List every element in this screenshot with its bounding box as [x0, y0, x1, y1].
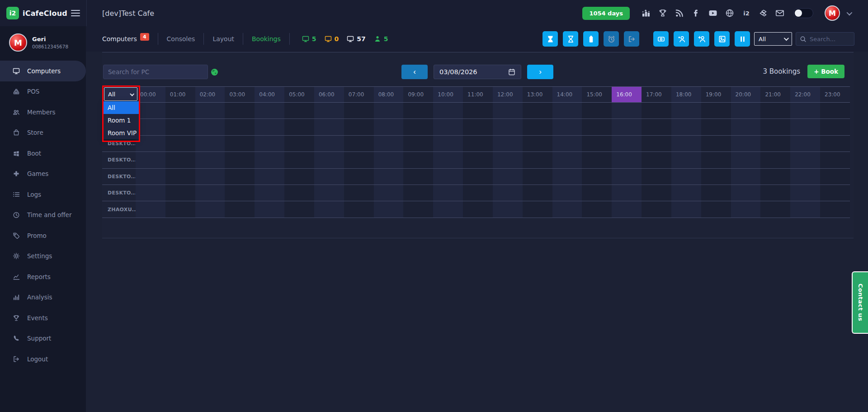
booking-cell[interactable]	[374, 119, 404, 135]
booking-cell[interactable]	[493, 119, 523, 135]
booking-cell[interactable]	[344, 169, 374, 185]
booking-cell[interactable]	[195, 201, 225, 217]
booking-cell[interactable]	[523, 185, 552, 201]
booking-cell[interactable]	[344, 103, 374, 118]
booking-cell[interactable]	[731, 136, 761, 152]
booking-cell[interactable]	[760, 185, 790, 201]
booking-cell[interactable]	[523, 103, 552, 118]
add-booking-button[interactable]: + Book	[807, 65, 844, 78]
booking-cell[interactable]	[582, 119, 612, 135]
icafe-icon[interactable]: i2	[741, 8, 751, 18]
booking-cell[interactable]	[165, 185, 195, 201]
sidebar-item-computers[interactable]: Computers	[0, 61, 86, 81]
booking-cell[interactable]	[314, 119, 344, 135]
add-member-star-button[interactable]	[674, 31, 689, 47]
timezone-globe-icon[interactable]	[211, 68, 218, 76]
booking-cell[interactable]	[463, 119, 493, 135]
booking-cell[interactable]	[701, 119, 731, 135]
tab-consoles[interactable]: Consoles	[167, 35, 195, 43]
user-avatar[interactable]: M	[825, 5, 840, 21]
booking-cell[interactable]	[612, 136, 642, 152]
booking-cell[interactable]	[225, 152, 255, 168]
booking-cell[interactable]	[731, 152, 761, 168]
booking-cell[interactable]	[523, 119, 552, 135]
booking-cell[interactable]	[403, 119, 433, 135]
booking-cell[interactable]	[195, 185, 225, 201]
theme-toggle[interactable]	[793, 8, 813, 18]
booking-cell[interactable]	[760, 201, 790, 217]
booking-cell[interactable]	[612, 201, 642, 217]
booking-cell[interactable]	[731, 119, 761, 135]
booking-cell[interactable]	[493, 201, 523, 217]
booking-cell[interactable]	[463, 103, 493, 118]
booking-cell[interactable]	[820, 152, 850, 168]
booking-cell[interactable]	[165, 152, 195, 168]
booking-cell[interactable]	[225, 136, 255, 152]
booking-cell[interactable]	[463, 185, 493, 201]
booking-cell[interactable]	[701, 136, 731, 152]
contact-us-tab[interactable]: Contact us	[852, 271, 868, 334]
booking-cell[interactable]	[255, 136, 284, 152]
booking-cell[interactable]	[284, 201, 314, 217]
booking-cell[interactable]	[344, 185, 374, 201]
tab-layout[interactable]: Layout	[212, 35, 234, 43]
booking-cell[interactable]	[820, 201, 850, 217]
booking-cell[interactable]	[403, 103, 433, 118]
booking-cell[interactable]	[671, 136, 701, 152]
booking-cell[interactable]	[165, 119, 195, 135]
prev-day-button[interactable]: ‹	[401, 65, 428, 79]
pause-button[interactable]	[735, 31, 750, 47]
booking-cell[interactable]	[760, 152, 790, 168]
booking-cell[interactable]	[701, 185, 731, 201]
add-member-button[interactable]	[694, 31, 709, 47]
sidebar-item-promo[interactable]: Promo	[0, 225, 86, 246]
subscription-days-badge[interactable]: 1054 days	[582, 7, 630, 20]
sidebar-item-reports[interactable]: Reports	[0, 266, 86, 287]
booking-cell[interactable]	[284, 169, 314, 185]
booking-cell[interactable]	[136, 119, 165, 135]
booking-cell[interactable]	[195, 103, 225, 118]
booking-cell[interactable]	[136, 152, 165, 168]
booking-cell[interactable]	[403, 169, 433, 185]
booking-cell[interactable]	[225, 103, 255, 118]
booking-cell[interactable]	[314, 103, 344, 118]
sidebar-item-pos[interactable]: POS	[0, 81, 86, 102]
booking-cell[interactable]	[463, 136, 493, 152]
booking-cell[interactable]	[731, 103, 761, 118]
booking-cell[interactable]	[790, 185, 820, 201]
booking-cell[interactable]	[136, 201, 165, 217]
booking-cell[interactable]	[790, 136, 820, 152]
booking-cell[interactable]	[820, 185, 850, 201]
booking-cell[interactable]	[255, 201, 284, 217]
booking-cell[interactable]	[433, 119, 463, 135]
booking-cell[interactable]	[612, 152, 642, 168]
booking-cell[interactable]	[165, 169, 195, 185]
booking-cell[interactable]	[314, 201, 344, 217]
booking-cell[interactable]	[760, 169, 790, 185]
booking-cell[interactable]	[195, 136, 225, 152]
booking-cell[interactable]	[195, 169, 225, 185]
booking-cell[interactable]	[433, 136, 463, 152]
status-monitor-counter[interactable]: 0	[325, 35, 339, 43]
booking-cell[interactable]	[136, 185, 165, 201]
sidebar-item-members[interactable]: Members	[0, 102, 86, 123]
room-option-room-1[interactable]: Room 1	[104, 114, 139, 127]
tab-bookings[interactable]: Bookings	[252, 35, 281, 43]
booking-cell[interactable]	[374, 201, 404, 217]
booking-cell[interactable]	[760, 119, 790, 135]
booking-cell[interactable]	[790, 119, 820, 135]
room-option-room-vip[interactable]: Room VIP	[104, 127, 139, 139]
booking-cell[interactable]	[136, 136, 165, 152]
status-person-counter[interactable]: 5	[374, 35, 388, 43]
booking-cell[interactable]	[344, 201, 374, 217]
booking-cell[interactable]	[642, 201, 671, 217]
booking-cell[interactable]	[820, 136, 850, 152]
booking-cell[interactable]	[523, 169, 552, 185]
booking-cell[interactable]	[642, 169, 671, 185]
booking-cell[interactable]	[642, 152, 671, 168]
booking-cell[interactable]	[463, 169, 493, 185]
booking-cell[interactable]	[493, 103, 523, 118]
account-chevron-down-icon[interactable]	[847, 9, 853, 15]
booking-cell[interactable]	[820, 119, 850, 135]
booking-cell[interactable]	[403, 136, 433, 152]
